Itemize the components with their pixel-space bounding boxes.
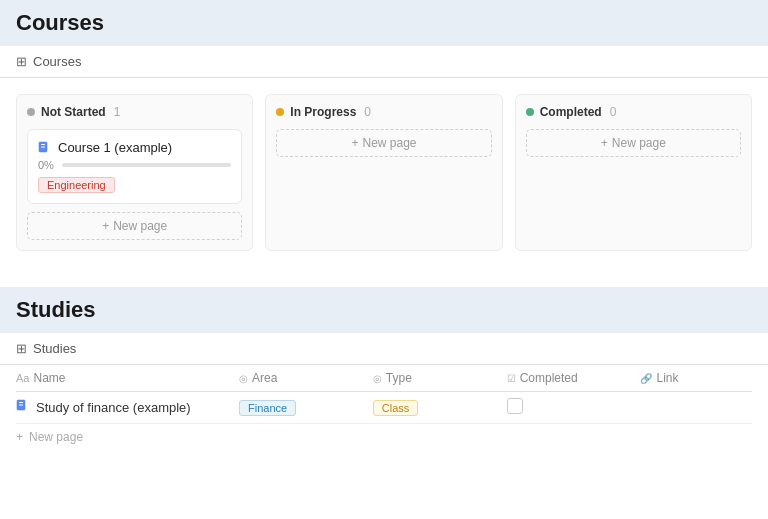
col-header-link: 🔗 Link [640,371,752,385]
kanban-col-not-started: Not Started 1 Course 1 (example) 0% [16,94,253,251]
col-header-name: Aa Name [16,371,239,385]
name-col-label: Name [33,371,65,385]
dot-not-started [27,108,35,116]
studies-sub-label: Studies [33,341,76,356]
new-page-label-completed: New page [612,136,666,150]
svg-rect-5 [19,405,23,406]
col-count-in-progress: 0 [364,105,371,119]
studies-sub-header: ⊞ Studies [0,333,768,365]
studies-section: Studies ⊞ Studies Aa Name ◎ Area ◎ Type … [0,287,768,466]
dot-in-progress [276,108,284,116]
row-type-cell: Class [373,400,507,416]
col-count-completed: 0 [610,105,617,119]
kanban-area: Not Started 1 Course 1 (example) 0% [0,78,768,267]
plus-icon-in-progress: + [351,136,358,150]
col-header-completed: ☑ Completed [507,371,641,385]
studies-table-icon: ⊞ [16,341,27,356]
col-header-in-progress: In Progress 0 [276,105,491,119]
new-page-btn-not-started[interactable]: + New page [27,212,242,240]
completed-col-icon: ☑ [507,373,516,384]
plus-icon-completed: + [601,136,608,150]
type-col-label: Type [386,371,412,385]
row-name: Study of finance (example) [36,400,191,415]
col-header-area: ◎ Area [239,371,373,385]
table-row: Study of finance (example) Finance Class [16,392,752,424]
studies-title: Studies [0,287,768,333]
row-area-tag: Finance [239,400,296,416]
new-page-label-in-progress: New page [362,136,416,150]
row-type-tag: Class [373,400,419,416]
table-new-page[interactable]: + New page [16,424,752,450]
card-title-row: Course 1 (example) [38,140,231,155]
col-header-not-started: Not Started 1 [27,105,242,119]
studies-table-area: Aa Name ◎ Area ◎ Type ☑ Completed 🔗 Link [0,365,768,466]
table-new-page-label: New page [29,430,83,444]
course-card-1: Course 1 (example) 0% Engineering [27,129,242,204]
col-label-in-progress: In Progress [290,105,356,119]
card-tags: Engineering [38,177,231,193]
col-header-completed: Completed 0 [526,105,741,119]
courses-table-icon: ⊞ [16,54,27,69]
type-col-icon: ◎ [373,373,382,384]
table-header: Aa Name ◎ Area ◎ Type ☑ Completed 🔗 Link [16,365,752,392]
row-page-icon [16,399,30,416]
dot-completed [526,108,534,116]
row-name-cell: Study of finance (example) [16,399,239,416]
new-page-label-not-started: New page [113,219,167,233]
new-page-btn-completed[interactable]: + New page [526,129,741,157]
row-completed-checkbox[interactable] [507,398,523,414]
name-col-icon: Aa [16,372,29,384]
link-col-label: Link [656,371,678,385]
card-title: Course 1 (example) [58,140,172,155]
svg-rect-2 [41,146,45,147]
col-count-not-started: 1 [114,105,121,119]
courses-title: Courses [0,0,768,46]
row-completed-cell[interactable] [507,398,641,417]
courses-sub-header: ⊞ Courses [0,46,768,78]
new-page-btn-in-progress[interactable]: + New page [276,129,491,157]
kanban-col-in-progress: In Progress 0 + New page [265,94,502,251]
col-label-completed: Completed [540,105,602,119]
progress-bar [62,163,231,167]
table-new-page-plus: + [16,430,23,444]
courses-section: Courses ⊞ Courses Not Started 1 [0,0,768,267]
plus-icon-not-started: + [102,219,109,233]
svg-rect-1 [41,144,45,145]
col-header-type: ◎ Type [373,371,507,385]
progress-row: 0% [38,159,231,171]
col-label-not-started: Not Started [41,105,106,119]
svg-rect-4 [19,402,23,403]
completed-col-label: Completed [520,371,578,385]
row-area-cell: Finance [239,400,373,416]
card-page-icon [38,141,52,155]
card-tag-engineering: Engineering [38,177,115,193]
area-col-icon: ◎ [239,373,248,384]
progress-label: 0% [38,159,54,171]
link-col-icon: 🔗 [640,373,652,384]
courses-sub-label: Courses [33,54,81,69]
kanban-col-completed: Completed 0 + New page [515,94,752,251]
area-col-label: Area [252,371,277,385]
